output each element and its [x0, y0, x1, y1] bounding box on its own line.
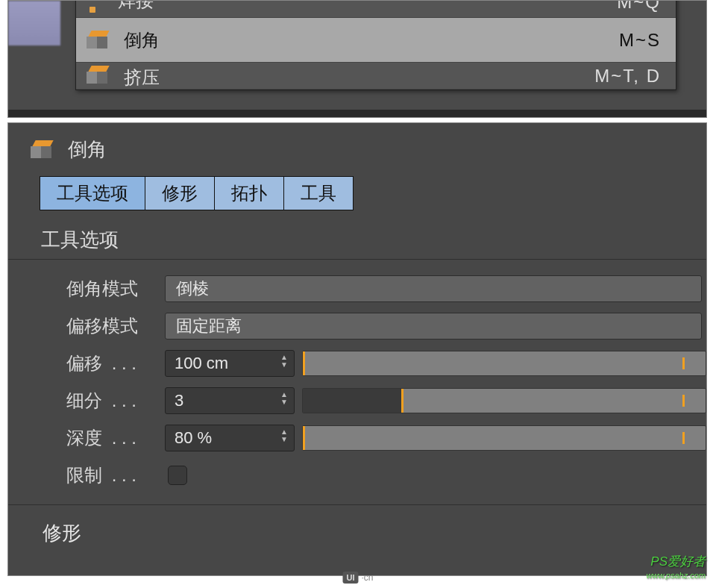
dot-icon: [90, 7, 95, 13]
cube-icon: [87, 66, 110, 85]
section-header: 工具选项: [8, 216, 706, 260]
label-depth: 深度 . . .: [66, 426, 159, 450]
context-menu: 焊接 M~Q 倒角 M~S 挤压 M~T, D: [75, 0, 676, 90]
watermark-ps: PS爱好者 www.psahz.com: [647, 555, 706, 582]
subdivision-slider[interactable]: [302, 388, 706, 413]
slider-tick-icon: [682, 395, 685, 407]
divider: [8, 110, 706, 117]
property-rows: 倒角模式 倒棱 偏移模式 固定距离 偏移 . . . 100 cm ▲▼: [8, 264, 706, 494]
watermark-line2: www.psahz.com: [647, 569, 706, 582]
offset-input[interactable]: 100 cm ▲▼: [165, 350, 295, 377]
menu-item-bevel[interactable]: 倒角 M~S: [76, 18, 676, 63]
panel-header: 倒角: [8, 123, 706, 170]
menu-item-label: 焊接: [118, 0, 617, 13]
dropdown-bevel-mode[interactable]: 倒棱: [165, 275, 702, 302]
menu-item-shortcut: M~S: [619, 30, 661, 51]
menu-item-label: 挤压: [124, 66, 594, 90]
dropdown-value: 固定距离: [176, 315, 242, 337]
cube-icon: [87, 31, 110, 50]
offset-slider[interactable]: [302, 351, 706, 376]
label-offset-mode: 偏移模式: [66, 314, 159, 338]
spinner-arrows-icon[interactable]: ▲▼: [280, 428, 288, 443]
viewport-background: [8, 1, 60, 46]
menu-item-shortcut: M~Q: [617, 0, 661, 13]
row-offset-mode: 偏移模式 固定距离: [8, 307, 706, 345]
panel-title: 倒角: [68, 137, 107, 163]
watermark-ui: UI ·cn: [342, 572, 373, 584]
dropdown-offset-mode[interactable]: 固定距离: [165, 313, 702, 340]
section-footer-shaping: 修形: [8, 504, 706, 546]
watermark-line1: PS爱好者: [650, 554, 706, 569]
watermark-badge: UI: [342, 572, 358, 584]
spinner-value: 100 cm: [175, 354, 228, 373]
tab-shaping[interactable]: 修形: [145, 176, 214, 210]
tool-panel: 倒角 工具选项 修形 拓扑 工具 工具选项 倒角模式 倒棱 偏移模式 固定距离 …: [7, 122, 707, 576]
row-depth: 深度 . . . 80 % ▲▼: [8, 419, 706, 457]
label-limit: 限制 . . .: [66, 463, 159, 487]
slider-tick-icon: [682, 432, 685, 444]
dropdown-value: 倒棱: [176, 278, 209, 300]
depth-slider[interactable]: [302, 425, 706, 451]
depth-input[interactable]: 80 % ▲▼: [165, 425, 295, 451]
spinner-arrows-icon[interactable]: ▲▼: [280, 354, 288, 369]
menu-item-weld[interactable]: 焊接 M~Q: [76, 0, 676, 18]
tab-topology[interactable]: 拓扑: [214, 176, 283, 210]
slider-tick-icon: [682, 357, 685, 369]
tab-row: 工具选项 修形 拓扑 工具: [40, 176, 706, 210]
spinner-arrows-icon[interactable]: ▲▼: [280, 391, 288, 406]
cube-icon: [31, 140, 54, 160]
tab-tool[interactable]: 工具: [283, 176, 354, 210]
row-bevel-mode: 倒角模式 倒棱: [8, 270, 706, 307]
menu-item-label: 倒角: [124, 28, 619, 52]
subdivision-input[interactable]: 3 ▲▼: [165, 387, 295, 414]
row-offset: 偏移 . . . 100 cm ▲▼: [8, 345, 706, 382]
row-subdivision: 细分 . . . 3 ▲▼: [8, 382, 706, 419]
menu-item-extrude[interactable]: 挤压 M~T, D: [76, 63, 676, 90]
label-bevel-mode: 倒角模式: [66, 277, 159, 301]
menu-item-shortcut: M~T, D: [594, 66, 661, 87]
row-limit: 限制 . . .: [8, 457, 706, 494]
tab-tool-options[interactable]: 工具选项: [40, 176, 145, 210]
label-subdivision: 细分 . . .: [66, 389, 159, 413]
spinner-value: 3: [175, 391, 183, 410]
limit-checkbox[interactable]: [168, 466, 187, 485]
label-offset: 偏移 . . .: [66, 351, 159, 375]
watermark-suffix: ·cn: [361, 572, 373, 583]
spinner-value: 80 %: [175, 428, 212, 448]
menu-strip: 焊接 M~Q 倒角 M~S 挤压 M~T, D: [7, 0, 707, 118]
